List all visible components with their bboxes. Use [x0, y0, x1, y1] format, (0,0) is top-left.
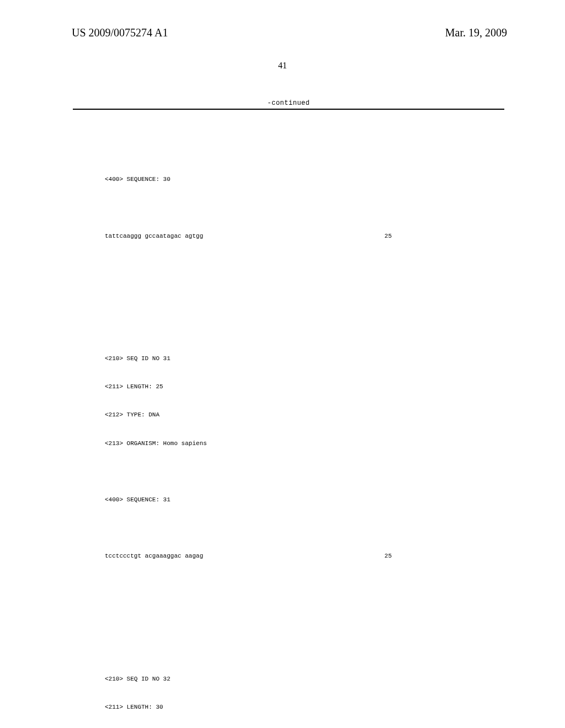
sequence-meta-line: <211> LENGTH: 25 — [105, 382, 458, 392]
publication-number: US 2009/0075274 A1 — [72, 26, 168, 39]
page-number: 41 — [0, 61, 565, 71]
sequence-text: tattcaaggg gccaatagac agtgg — [105, 232, 203, 241]
sequence-meta-line: <210> SEQ ID NO 32 — [105, 675, 458, 684]
continued-label: -continued — [73, 99, 504, 107]
blank-line — [105, 467, 458, 477]
sequence-text: tcctccctgt acgaaaggac aagag — [105, 552, 203, 561]
sequence-length: 25 — [385, 552, 458, 561]
patent-page: US 2009/0075274 A1 Mar. 19, 2009 41 -con… — [0, 0, 565, 728]
sequence-header-line: <400> SEQUENCE: 30 — [105, 175, 458, 184]
sequence-row: tcctccctgt acgaaaggac aagag 25 — [105, 552, 458, 561]
sequence-row: tattcaaggg gccaatagac agtgg 25 — [105, 232, 458, 241]
sequence-block: <210> SEQ ID NO 31 <211> LENGTH: 25 <212… — [105, 307, 458, 580]
publication-date: Mar. 19, 2009 — [445, 26, 507, 39]
sequence-meta-line: <211> LENGTH: 30 — [105, 703, 458, 712]
sequence-block: <210> SEQ ID NO 32 <211> LENGTH: 30 <212… — [105, 627, 458, 728]
continued-section: -continued — [73, 99, 504, 110]
blank-line — [105, 326, 458, 335]
sequence-meta-line: <210> SEQ ID NO 31 — [105, 354, 458, 363]
sequence-listing: <400> SEQUENCE: 30 tattcaaggg gccaatagac… — [105, 119, 458, 728]
sequence-length: 25 — [385, 232, 458, 241]
sequence-header-line: <400> SEQUENCE: 31 — [105, 495, 458, 505]
page-header: US 2009/0075274 A1 Mar. 19, 2009 — [0, 26, 565, 49]
blank-line — [105, 646, 458, 656]
sequence-block: <400> SEQUENCE: 30 tattcaaggg gccaatagac… — [105, 156, 458, 260]
rule-bottom — [73, 109, 504, 110]
blank-line — [105, 203, 458, 212]
sequence-meta-line: <212> TYPE: DNA — [105, 410, 458, 420]
sequence-meta-line: <213> ORGANISM: Homo sapiens — [105, 439, 458, 448]
blank-line — [105, 523, 458, 533]
